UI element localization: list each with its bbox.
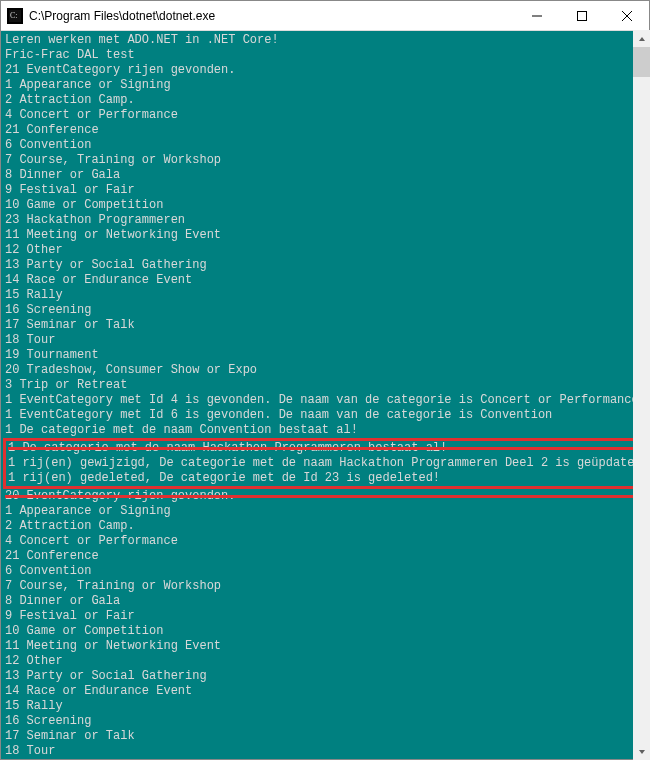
console-line: 1 Appearance or Signing [5,504,645,519]
console-line: 20 Tradeshow, Consumer Show or Expo [5,363,645,378]
console-line: 1 De categorie met de naam Hackathon Pro… [8,441,644,456]
console-line: 4 Concert or Performance [5,108,645,123]
console-line: 13 Party or Social Gathering [5,669,645,684]
console-line: 19 Tournament [5,348,645,363]
console-line: 20 EventCategory rijen gevonden. [5,489,645,504]
console-line: 9 Festival or Fair [5,609,645,624]
svg-rect-4 [577,11,586,20]
svg-marker-7 [639,37,645,41]
console-line: Leren werken met ADO.NET in .NET Core! [5,33,645,48]
console-line: 10 Game or Competition [5,198,645,213]
console-line: 21 EventCategory rijen gevonden. [5,63,645,78]
svg-text:C:: C: [10,11,18,20]
console-line: 14 Race or Endurance Event [5,684,645,699]
console-line: 17 Seminar or Talk [5,729,645,744]
console-line: 12 Other [5,243,645,258]
console-line: 16 Screening [5,303,645,318]
app-icon: C: [7,8,23,24]
console-line: 1 Appearance or Signing [5,78,645,93]
close-button[interactable] [604,1,649,30]
console-line: 2 Attraction Camp. [5,519,645,534]
console-line: 11 Meeting or Networking Event [5,639,645,654]
console-line: 1 EventCategory met Id 6 is gevonden. De… [5,408,645,423]
console-line: 2 Attraction Camp. [5,93,645,108]
console-line: 11 Meeting or Networking Event [5,228,645,243]
window-title: C:\Program Files\dotnet\dotnet.exe [29,9,514,23]
console-line: 8 Dinner or Gala [5,594,645,609]
console-line: 18 Tour [5,744,645,759]
console-line: 23 Hackathon Programmeren [5,213,645,228]
console-line: 15 Rally [5,699,645,714]
scroll-down-button[interactable] [633,743,650,760]
console-line: 6 Convention [5,564,645,579]
console-line: 4 Concert or Performance [5,534,645,549]
console-line: 1 rij(en) gedeleted, De categorie met de… [8,471,644,486]
console-line: 17 Seminar or Talk [5,318,645,333]
console-window: C: C:\Program Files\dotnet\dotnet.exe Le… [0,0,650,760]
scroll-thumb[interactable] [633,47,650,77]
console-line: 15 Rally [5,288,645,303]
console-line: 1 rij(en) gewijzigd, De categorie met de… [8,456,644,471]
console-line: 8 Dinner or Gala [5,168,645,183]
console-line: 18 Tour [5,333,645,348]
maximize-button[interactable] [559,1,604,30]
titlebar[interactable]: C: C:\Program Files\dotnet\dotnet.exe [1,1,649,31]
console-line: Fric-Frac DAL test [5,48,645,63]
scroll-up-button[interactable] [633,30,650,47]
console-line: 21 Conference [5,549,645,564]
console-line: 14 Race or Endurance Event [5,273,645,288]
console-output[interactable]: Leren werken met ADO.NET in .NET Core!Fr… [1,31,649,759]
console-line: 3 Trip or Retreat [5,378,645,393]
console-line: 6 Convention [5,138,645,153]
console-line: 7 Course, Training or Workshop [5,153,645,168]
minimize-button[interactable] [514,1,559,30]
console-line: 1 De categorie met de naam Convention be… [5,423,645,438]
console-line: 7 Course, Training or Workshop [5,579,645,594]
console-line: 13 Party or Social Gathering [5,258,645,273]
console-line: 1 EventCategory met Id 4 is gevonden. De… [5,393,645,408]
console-line: 21 Conference [5,123,645,138]
highlighted-block: 1 De categorie met de naam Hackathon Pro… [3,438,647,489]
window-controls [514,1,649,30]
svg-marker-8 [639,750,645,754]
console-line: 9 Festival or Fair [5,183,645,198]
console-line: 16 Screening [5,714,645,729]
vertical-scrollbar[interactable] [633,30,650,760]
console-line: 12 Other [5,654,645,669]
console-line: 10 Game or Competition [5,624,645,639]
